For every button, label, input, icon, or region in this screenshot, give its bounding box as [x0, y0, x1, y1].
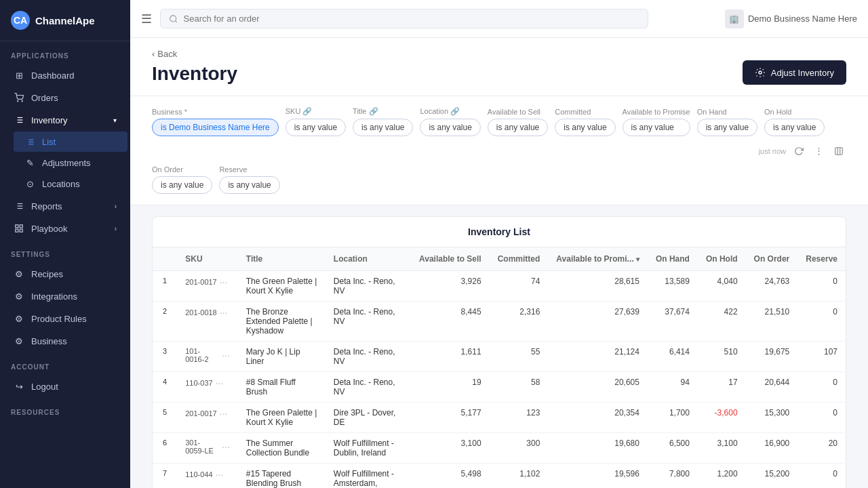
filter-actions: just now ⋮	[759, 143, 846, 159]
sidebar-item-integrations[interactable]: ⚙ Integrations	[3, 285, 127, 307]
chevron-right-icon: ›	[115, 225, 117, 232]
topbar: ☰ 🏢 Demo Business Name Here	[130, 0, 868, 38]
filter-value-on-hold: is any value	[773, 123, 816, 132]
cell-atp: 20,605	[548, 372, 648, 403]
cell-on-hold: -3,600	[698, 403, 746, 433]
sku-value: 201-0017	[185, 278, 217, 286]
sku-more-icon[interactable]: ···	[220, 307, 228, 318]
sidebar-item-playbook[interactable]: Playbook ›	[3, 218, 127, 239]
cell-committed: 2,316	[490, 302, 549, 342]
filter-chip-title[interactable]: is any value	[353, 119, 413, 136]
chevron-right-icon: ›	[115, 203, 117, 210]
filter-sku: SKU 🔗 is any value	[285, 107, 346, 136]
filter-row-1: Business * is Demo Business Name Here SK…	[152, 107, 846, 159]
sidebar-item-reports[interactable]: Reports ›	[3, 195, 127, 217]
cell-on-hold: 17	[698, 372, 746, 403]
cell-location: Deta Inc. - Reno, NV	[326, 302, 411, 342]
filter-available-to-sell: Available to Sell is any value	[488, 108, 548, 136]
filter-chip-atp[interactable]: is any value	[623, 119, 690, 136]
filter-chip-sku[interactable]: is any value	[285, 119, 346, 136]
sku-more-icon[interactable]: ···	[220, 408, 228, 419]
sku-more-icon[interactable]: ···	[216, 378, 224, 388]
sidebar-item-recipes[interactable]: ⚙ Recipes	[3, 263, 127, 285]
main-content: ☰ 🏢 Demo Business Name Here ‹ Back Inven…	[130, 0, 868, 488]
cell-on-order: 20,644	[746, 372, 798, 403]
cell-atp: 19,680	[548, 433, 648, 464]
page-header: ‹ Back Inventory Adjust Inventory	[130, 38, 868, 96]
filter-chip-location[interactable]: is any value	[420, 119, 480, 136]
sidebar-section-nav: Reports › Playbook ›	[0, 195, 130, 240]
search-icon	[169, 14, 178, 24]
more-options-button[interactable]: ⋮	[812, 143, 826, 159]
cell-sku: 101-0016-2 ···	[177, 342, 238, 372]
chevron-down-icon: ▾	[113, 117, 117, 124]
search-input[interactable]	[184, 14, 639, 24]
table-row: 6 301-0059-LE ··· The Summer Collection …	[153, 433, 846, 464]
back-button[interactable]: ‹ Back	[152, 49, 237, 59]
sku-value: 201-0017	[185, 409, 217, 418]
sku-more-icon[interactable]: ···	[222, 441, 230, 452]
filter-value-business: is Demo Business Name Here	[161, 123, 270, 132]
filter-chip-on-hand[interactable]: is any value	[697, 119, 757, 136]
sidebar-item-label: Dashboard	[31, 70, 75, 81]
sidebar-item-locations[interactable]: ⊙ Locations	[14, 174, 127, 194]
sidebar-item-list[interactable]: List	[14, 131, 127, 152]
filter-chip-reserve[interactable]: is any value	[219, 176, 279, 194]
sidebar-item-logout[interactable]: ↪ Logout	[3, 375, 127, 397]
filter-chip-business[interactable]: is Demo Business Name Here	[152, 119, 279, 136]
business-name: Demo Business Name Here	[748, 14, 857, 24]
cell-location: Deta Inc. - Reno, NV	[326, 342, 411, 372]
sidebar-item-adjustments[interactable]: ✎ Adjustments	[14, 152, 127, 173]
table-row: 4 110-037 ··· #8 Small Fluff Brush Deta …	[153, 372, 846, 403]
sidebar-item-orders[interactable]: Orders	[3, 87, 127, 108]
sidebar-item-label: Integrations	[31, 291, 77, 302]
filter-label-committed: Committed	[555, 108, 615, 116]
filter-label-on-order: On Order	[152, 165, 212, 174]
sku-more-icon[interactable]: ···	[220, 277, 228, 287]
section-label-applications: APPLICATIONS	[0, 41, 130, 64]
filter-label-atp: Available to Promise	[623, 108, 690, 116]
columns-icon	[834, 146, 844, 156]
cell-committed: 74	[490, 271, 549, 302]
sku-value: 101-0016-2	[185, 347, 219, 363]
col-reserve: Reserve	[797, 247, 846, 271]
sidebar-item-inventory[interactable]: Inventory ▾	[3, 109, 127, 131]
filter-value-title: is any value	[361, 123, 404, 132]
sidebar-item-dashboard[interactable]: ⊞ Dashboard	[3, 64, 127, 86]
filter-chip-ats[interactable]: is any value	[488, 119, 548, 136]
sidebar-item-product-rules[interactable]: ⚙ Product Rules	[3, 308, 127, 329]
sidebar-item-business[interactable]: ⚙ Business	[3, 330, 127, 352]
col-on-hold: On Hold	[698, 247, 746, 271]
refresh-button[interactable]	[791, 144, 806, 159]
svg-point-24	[170, 15, 176, 21]
sidebar-item-label: Recipes	[31, 269, 63, 279]
cell-location: Deta Inc. - Reno, NV	[326, 271, 411, 302]
cell-on-hold: 3,100	[698, 433, 746, 464]
menu-icon[interactable]: ☰	[141, 12, 152, 26]
chevron-left-icon: ‹	[152, 49, 155, 59]
columns-button[interactable]	[831, 144, 846, 159]
filter-chip-on-order[interactable]: is any value	[152, 176, 212, 194]
cell-title: Mary Jo K | Lip Liner	[238, 342, 326, 372]
cell-title: #15 Tapered Blending Brush	[238, 464, 326, 489]
svg-point-1	[22, 101, 22, 102]
adjust-inventory-button[interactable]: Adjust Inventory	[743, 60, 846, 85]
cell-atp: 19,596	[548, 464, 648, 489]
cell-title: The Summer Collection Bundle	[238, 433, 326, 464]
cell-atp: 28,615	[548, 271, 648, 302]
svg-rect-22	[20, 229, 22, 232]
filter-chip-on-hold[interactable]: is any value	[764, 119, 825, 136]
cell-on-order: 24,763	[746, 271, 798, 302]
filter-business: Business * is Demo Business Name Here	[152, 108, 279, 136]
cell-committed: 55	[490, 342, 549, 372]
filter-chip-committed[interactable]: is any value	[555, 119, 615, 136]
sidebar-item-label: Product Rules	[31, 314, 87, 324]
sidebar-logo[interactable]: CA ChannelApe	[0, 0, 130, 41]
row-number: 2	[153, 302, 177, 342]
cell-committed: 1,102	[490, 464, 549, 489]
col-location: Location	[326, 247, 411, 271]
search-bar[interactable]	[160, 9, 648, 28]
sku-more-icon[interactable]: ···	[222, 350, 230, 361]
cell-committed: 300	[490, 433, 549, 464]
sku-more-icon[interactable]: ···	[216, 469, 224, 480]
